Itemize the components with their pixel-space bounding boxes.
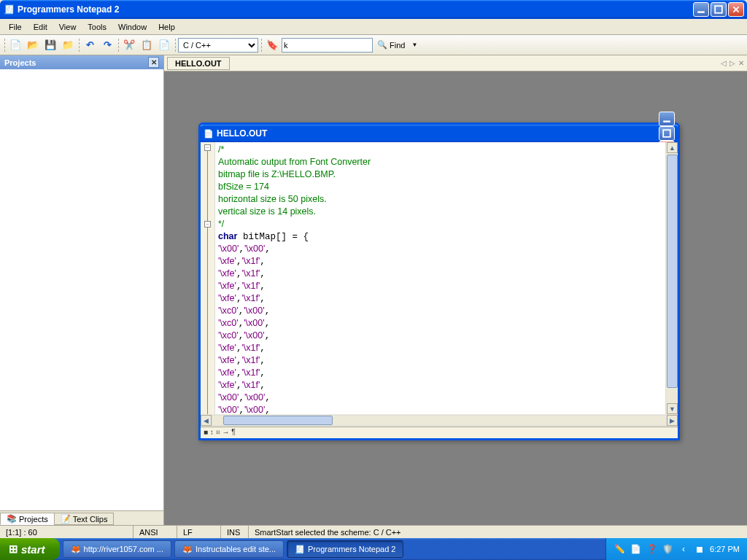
tab-prev-icon[interactable]: ◁ (721, 59, 727, 67)
taskbar-item[interactable]: 🦊Instructables edit ste... (174, 540, 284, 558)
sidebar-tab-projects[interactable]: 📚 Projects (0, 513, 55, 525)
search-icon: 🔍 (377, 40, 387, 50)
toolbar-grip[interactable] (3, 37, 6, 53)
menu-tools[interactable]: Tools (82, 21, 112, 33)
search-input[interactable] (282, 38, 373, 52)
find-button[interactable]: 🔍 Find ▼ (374, 39, 420, 51)
editor-statusbar: ■ ↕ ⌗ → ¶ (201, 427, 678, 438)
new-file-button[interactable]: 📄 (7, 37, 23, 53)
open-file-button[interactable]: 📂 (25, 37, 41, 53)
editor-window: 📄 HELLO.OUT − − /* Automatic output from… (198, 122, 680, 440)
menu-view[interactable]: View (53, 21, 82, 33)
scroll-left-icon[interactable]: ◀ (201, 415, 212, 426)
fold-toggle[interactable]: − (204, 144, 211, 151)
fold-toggle[interactable]: − (204, 221, 211, 228)
editor-window-titlebar[interactable]: 📄 HELLO.OUT (201, 125, 678, 142)
find-label: Find (390, 41, 405, 50)
save-file-button[interactable]: 💾 (42, 37, 58, 53)
tray-shield-icon[interactable]: 🛡️ (662, 543, 673, 555)
minimize-button[interactable] (693, 2, 709, 17)
horizontal-scrollbar[interactable]: ◀ ▶ (201, 414, 678, 427)
menu-window[interactable]: Window (112, 21, 152, 33)
start-button[interactable]: ⊞ start (0, 538, 60, 560)
tag-button[interactable]: 🔖 (264, 37, 280, 53)
toolbar: 📄 📂 💾 📁 ↶ ↷ ✂️ 📋 📄 C / C++ 🔖 🔍 Find ▼ (0, 35, 747, 55)
taskbar-item-label: http://river1057.com ... (84, 545, 163, 553)
status-encoding: ANSI (133, 526, 177, 538)
code-editor[interactable]: /* Automatic output from Font Converter … (215, 142, 665, 414)
taskbar-item-icon: 🦊 (71, 545, 81, 554)
tray-pen-icon[interactable]: ✏️ (614, 543, 625, 555)
projects-tree[interactable] (0, 69, 163, 510)
start-label: start (21, 543, 45, 556)
windows-logo-icon: ⊞ (9, 542, 18, 556)
sidebar-tab-textclips[interactable]: 📝 Text Clips (54, 513, 115, 525)
projects-panel-title: Projects (4, 58, 36, 67)
system-tray: ✏️ 📄 ❓ 🛡️ ‹ ◼ 6:27 PM (605, 538, 747, 560)
tray-help-icon[interactable]: ❓ (646, 543, 657, 555)
editor-window-title: HELLO.OUT (217, 128, 659, 139)
hscroll-thumb[interactable] (223, 416, 333, 425)
scroll-thumb[interactable] (667, 155, 678, 388)
app-icon: 🧾 (3, 4, 15, 15)
language-select[interactable]: C / C++ (178, 38, 258, 52)
tray-expand-icon[interactable]: ‹ (678, 543, 689, 555)
status-lineending: LF (177, 526, 221, 538)
menubar: FileEditViewToolsWindowHelp (0, 19, 747, 35)
status-message: SmartStart selected the scheme: C / C++ (249, 526, 747, 538)
menu-edit[interactable]: Edit (28, 21, 53, 33)
projects-panel-close[interactable]: ✕ (148, 57, 159, 68)
svg-rect-1 (715, 6, 722, 13)
menu-file[interactable]: File (3, 21, 28, 33)
sidebar-tab-label: Projects (19, 515, 48, 524)
paste-button[interactable]: 📄 (156, 37, 172, 53)
scroll-down-icon[interactable]: ▼ (667, 403, 678, 414)
find-dropdown-icon[interactable]: ▼ (411, 42, 417, 48)
app-title: Programmers Notepad 2 (18, 4, 693, 15)
taskbar: ⊞ start 🦊http://river1057.com ...🦊Instru… (0, 538, 747, 560)
editor-status-glyphs[interactable]: ■ ↕ ⌗ → ¶ (204, 428, 236, 438)
tray-app-icon[interactable]: ◼ (694, 543, 705, 555)
scroll-right-icon[interactable]: ▶ (667, 415, 678, 426)
status-insert-mode: INS (221, 526, 249, 538)
projects-panel-header: Projects ✕ (0, 55, 163, 69)
fold-gutter[interactable]: − − (201, 142, 215, 414)
maximize-button[interactable] (711, 2, 727, 17)
undo-button[interactable]: ↶ (82, 37, 98, 53)
app-titlebar: 🧾 Programmers Notepad 2 (0, 0, 747, 19)
document-icon: 📄 (204, 129, 214, 139)
menu-help[interactable]: Help (152, 21, 181, 33)
svg-rect-4 (663, 120, 670, 122)
svg-rect-5 (663, 130, 670, 137)
statusbar: [1:1] : 60 ANSI LF INS SmartStart select… (0, 525, 747, 538)
taskbar-item-label: Programmers Notepad 2 (308, 545, 395, 553)
redo-button[interactable]: ↷ (99, 37, 115, 53)
cut-button[interactable]: ✂️ (121, 37, 137, 53)
taskbar-item[interactable]: 🦊http://river1057.com ... (63, 540, 171, 558)
toolbar-sep3 (174, 37, 177, 53)
open-folder-button[interactable]: 📁 (60, 37, 76, 53)
taskbar-item-label: Instructables edit ste... (196, 545, 276, 553)
textclips-icon: 📝 (61, 514, 71, 524)
tray-doc-icon[interactable]: 📄 (630, 543, 641, 555)
editor-maximize-button[interactable] (659, 126, 675, 141)
projects-icon: 📚 (7, 514, 17, 524)
document-tabbar: HELLO.OUT ◁ ▷ ✕ (164, 55, 747, 71)
status-position: [1:1] : 60 (0, 526, 133, 538)
taskbar-item-icon: 🧾 (295, 545, 305, 554)
close-button[interactable] (728, 2, 744, 17)
tray-clock: 6:27 PM (710, 545, 740, 553)
sidebar: Projects ✕ 📚 Projects 📝 Text Clips (0, 55, 164, 525)
copy-button[interactable]: 📋 (139, 37, 155, 53)
tab-close-icon[interactable]: ✕ (738, 59, 744, 67)
tab-next-icon[interactable]: ▷ (729, 59, 735, 67)
vertical-scrollbar[interactable]: ▲ ▼ (665, 142, 678, 414)
sidebar-tab-label: Text Clips (73, 515, 108, 524)
document-tab[interactable]: HELLO.OUT (167, 57, 230, 70)
toolbar-sep (77, 37, 80, 53)
scroll-up-icon[interactable]: ▲ (667, 142, 678, 153)
taskbar-item-icon: 🦊 (182, 545, 193, 554)
editor-area: HELLO.OUT ◁ ▷ ✕ 📄 HELLO.OUT − (164, 55, 747, 525)
taskbar-item[interactable]: 🧾Programmers Notepad 2 (287, 540, 403, 558)
editor-minimize-button[interactable] (659, 112, 675, 126)
